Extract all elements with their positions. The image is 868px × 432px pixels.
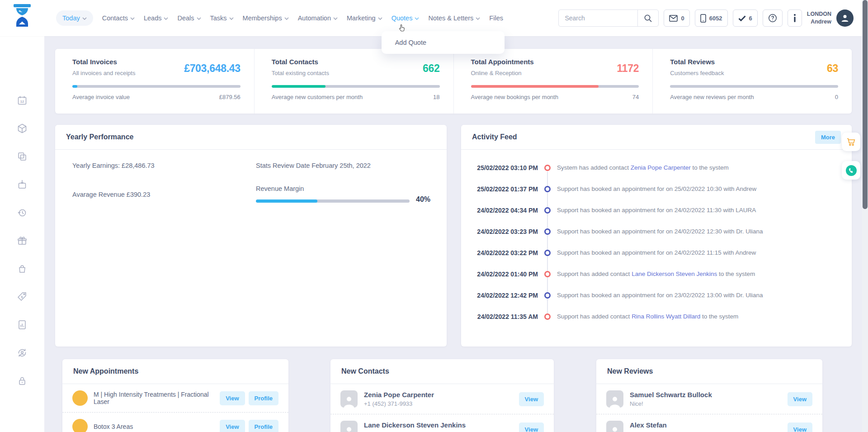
view-button[interactable]: View (519, 392, 544, 406)
search-icon (644, 14, 652, 23)
menu-item-add-quote[interactable]: Add Quote (382, 39, 426, 46)
feed-item: 25/02/2022 01:37 PM Support has booked a… (461, 178, 852, 199)
feed-timestamp: 25/02/2022 03:10 PM (461, 164, 538, 171)
scrollbar-thumb[interactable] (863, 0, 868, 209)
nav-label: Files (489, 14, 503, 22)
top-header: Today Contacts Leads Deals Tasks Members… (0, 0, 868, 36)
stats-review-date: Stats Review Date February 25th, 2022 (256, 162, 371, 169)
stat-card-total-invoices: Total Invoices All invoices and receipts… (55, 49, 254, 114)
scrollbar-track[interactable] (862, 0, 868, 432)
panel-title: Activity Feed (472, 133, 517, 141)
calendar-icon[interactable]: 12 (17, 95, 28, 106)
contact-link[interactable]: Zenia Pope Carpenter (631, 164, 691, 171)
nav-item-files[interactable]: Files (489, 14, 503, 22)
nav-label: Contacts (102, 14, 128, 22)
appointment-label: Botox 3 Areas (94, 423, 216, 430)
calls-button[interactable]: 6052 (695, 9, 728, 27)
gift-icon[interactable] (17, 235, 28, 246)
nav-item-notes-letters[interactable]: Notes & Letters (428, 14, 480, 22)
nav-item-tasks[interactable]: Tasks (210, 14, 234, 22)
contact-avatar (340, 390, 358, 408)
quotes-dropdown-menu: Add Quote (382, 31, 505, 54)
yearly-performance-panel: Yearly Performance Yearly Earnings: £28,… (55, 125, 447, 347)
user-sync-icon[interactable] (17, 347, 28, 358)
feed-item: 24/02/2022 03:22 PM Support has booked a… (461, 242, 852, 263)
tasks-button[interactable]: 6 (733, 9, 758, 27)
chevron-down-icon (333, 17, 338, 20)
nav-item-automation[interactable]: Automation (298, 14, 338, 22)
cart-floating-button[interactable] (842, 133, 860, 151)
shopping-bag-icon[interactable] (17, 263, 28, 274)
info-button[interactable] (788, 9, 802, 27)
user-avatar[interactable] (836, 9, 854, 27)
feed-timestamp: 25/02/2022 01:37 PM (461, 185, 538, 193)
price-tag-icon[interactable]: $ (17, 291, 28, 302)
nav-label: Memberships (243, 14, 282, 22)
phone-floating-button[interactable] (842, 161, 860, 180)
chevron-down-icon (476, 17, 480, 20)
reviewer-name: Alex Stefan (630, 421, 784, 429)
feed-text: Support has added contact Rina Rollins W… (557, 313, 852, 320)
stat-card-total-contacts: Total Contacts Total existing contacts 6… (254, 49, 453, 114)
stat-title: Total Contacts (272, 58, 329, 66)
contact-link[interactable]: Lane Dickerson Steven Jenkins (632, 271, 717, 277)
appointment-avatar (72, 390, 88, 406)
revenue-margin-bar (256, 199, 410, 203)
view-button[interactable]: View (788, 392, 812, 406)
messages-count: 0 (681, 15, 684, 22)
main-nav: Today Contacts Leads Deals Tasks Members… (56, 10, 503, 26)
search-input[interactable] (559, 14, 637, 22)
stat-footer-label: Average invoice value (72, 94, 130, 100)
app-logo[interactable] (12, 4, 33, 32)
nav-item-memberships[interactable]: Memberships (243, 14, 289, 22)
hourglass-logo-icon (12, 4, 33, 30)
history-clock-icon[interactable] (17, 207, 28, 218)
revenue-margin-value: 40% (416, 195, 430, 204)
view-button[interactable]: View (220, 420, 245, 432)
stat-footer-label: Average new bookings per month (471, 94, 558, 100)
svg-text:12: 12 (20, 100, 24, 104)
contact-name: Zenia Pope Carpenter (364, 391, 515, 399)
timeline-dot-blue (544, 250, 551, 256)
appointment-label: M | High Intensity Treatments | Fraction… (94, 391, 216, 405)
person-silhouette-icon (608, 394, 622, 408)
view-button[interactable]: View (220, 391, 245, 405)
stat-title: Total Invoices (72, 58, 135, 66)
view-button[interactable]: View (788, 423, 812, 432)
stat-value: 662 (423, 62, 439, 75)
timeline-dot-red (544, 271, 551, 277)
profile-button[interactable]: Profile (249, 391, 278, 405)
help-button[interactable] (763, 9, 783, 27)
package-cube-icon[interactable] (17, 123, 28, 134)
search-box (558, 9, 659, 27)
nav-item-quotes[interactable]: Quotes Add Quote (392, 14, 420, 22)
info-icon (793, 14, 797, 23)
nav-item-leads[interactable]: Leads (144, 14, 169, 22)
timeline-dot-blue (544, 207, 551, 214)
nav-item-deals[interactable]: Deals (177, 14, 201, 22)
feed-text: Support has booked an appointment for on… (557, 249, 852, 256)
dashboard-page: Today Contacts Leads Deals Tasks Members… (0, 0, 868, 432)
nav-item-marketing[interactable]: Marketing (347, 14, 382, 22)
lock-icon[interactable] (17, 375, 28, 386)
search-button[interactable] (637, 10, 658, 26)
profile-button[interactable]: Profile (249, 420, 278, 432)
view-button[interactable]: View (519, 423, 544, 432)
more-button[interactable]: More (815, 131, 841, 144)
nav-item-today[interactable]: Today (56, 10, 93, 26)
feed-text: System has added contact Zenia Pope Carp… (557, 164, 852, 171)
stat-footer-label: Average new reviews per month (670, 94, 754, 100)
envelope-icon (669, 15, 678, 22)
copy-icon[interactable] (17, 151, 28, 162)
contact-link[interactable]: Rina Rollins Wyatt Dillard (632, 313, 700, 320)
review-row: Alex Stefan View (596, 414, 822, 432)
messages-button[interactable]: 0 (664, 9, 689, 27)
tasks-count: 6 (749, 15, 752, 22)
nav-item-contacts[interactable]: Contacts (102, 14, 135, 22)
stat-footer-value: 74 (632, 94, 639, 100)
left-sidebar: 12 $ (0, 36, 44, 432)
calls-count: 6052 (709, 15, 722, 22)
report-document-icon[interactable] (17, 319, 28, 330)
feed-timestamp: 24/02/2022 03:23 PM (461, 228, 538, 235)
bag-download-icon[interactable] (17, 179, 28, 190)
